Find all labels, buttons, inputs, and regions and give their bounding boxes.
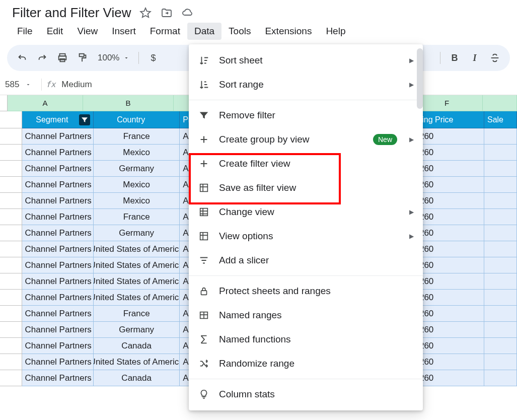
row-number[interactable] [0, 128, 22, 145]
menu-column-stats[interactable]: Column stats [189, 382, 423, 406]
cell-sale[interactable] [484, 209, 517, 225]
cell-country[interactable]: France [94, 209, 180, 225]
cell-price[interactable]: 260 [416, 193, 484, 209]
cell-segment[interactable]: Channel Partners [22, 306, 94, 322]
menu-create-group-view[interactable]: Create group by view New ▶ [189, 127, 423, 152]
undo-button[interactable] [13, 49, 31, 67]
cell-segment[interactable]: Channel Partners [22, 145, 94, 161]
col-header-g[interactable] [483, 95, 517, 111]
col-header-a[interactable]: A [8, 95, 83, 111]
menu-sort-sheet[interactable]: Sort sheet ▶ [189, 48, 423, 73]
menu-data[interactable]: Data [187, 23, 221, 40]
cell-segment[interactable]: Channel Partners [22, 322, 94, 338]
row-number[interactable] [0, 273, 22, 290]
filter-icon[interactable] [79, 114, 90, 125]
menu-edit[interactable]: Edit [40, 23, 70, 40]
redo-button[interactable] [33, 49, 51, 67]
strikethrough-button[interactable] [486, 49, 504, 67]
cell-segment[interactable]: Channel Partners [22, 241, 94, 257]
header-segment[interactable]: Segment [22, 111, 94, 128]
move-to-folder-icon[interactable] [160, 6, 174, 20]
header-country[interactable]: Country [94, 111, 180, 128]
row-number[interactable] [0, 338, 22, 354]
select-all-corner[interactable] [0, 95, 8, 111]
cell-country[interactable]: Germany [94, 161, 180, 177]
paint-format-button[interactable] [73, 49, 92, 67]
cell-price[interactable]: 260 [416, 273, 484, 290]
row-number[interactable] [0, 161, 22, 177]
row-number[interactable] [0, 370, 22, 386]
cell-sale[interactable] [484, 193, 517, 209]
cell-country[interactable]: Canada [94, 370, 180, 386]
cell-country[interactable]: United States of America [94, 257, 180, 273]
cell-sale[interactable] [484, 225, 517, 241]
menu-randomize[interactable]: Randomize range [189, 352, 423, 376]
cell-price[interactable]: 260 [416, 225, 484, 241]
header-price[interactable]: ring Price [416, 111, 484, 128]
cell-country[interactable]: Mexico [94, 145, 180, 161]
cloud-status-icon[interactable] [181, 6, 195, 20]
menu-save-filter-view[interactable]: Save as filter view [189, 176, 423, 200]
cell-price[interactable]: 260 [416, 322, 484, 338]
row-number[interactable] [0, 306, 22, 322]
bold-button[interactable]: B [446, 49, 464, 67]
cell-price[interactable]: 260 [416, 338, 484, 354]
cell-price[interactable]: 260 [416, 257, 484, 273]
menu-view[interactable]: View [70, 23, 105, 40]
cell-sale[interactable] [484, 322, 517, 338]
cell-price[interactable]: 260 [416, 128, 484, 145]
currency-button[interactable]: $ [144, 49, 162, 67]
row-number[interactable] [0, 193, 22, 209]
row-number[interactable] [0, 354, 22, 370]
menu-help[interactable]: Help [319, 23, 352, 40]
star-icon[interactable] [138, 6, 153, 20]
menu-insert[interactable]: Insert [105, 23, 143, 40]
cell-segment[interactable]: Channel Partners [22, 273, 94, 290]
row-number[interactable] [0, 177, 22, 193]
menu-file[interactable]: File [10, 23, 40, 40]
cell-price[interactable]: 260 [416, 209, 484, 225]
cell-country[interactable]: Germany [94, 225, 180, 241]
cell-country[interactable]: United States of America [94, 290, 180, 306]
cell-country[interactable]: France [94, 306, 180, 322]
menu-protect[interactable]: Protect sheets and ranges [189, 279, 423, 303]
cell-sale[interactable] [484, 177, 517, 193]
menu-format[interactable]: Format [143, 23, 187, 40]
cell-sale[interactable] [484, 370, 517, 386]
cell-sale[interactable] [484, 241, 517, 257]
cell-segment[interactable]: Channel Partners [22, 225, 94, 241]
menu-add-slicer[interactable]: Add a slicer [189, 248, 423, 272]
menu-view-options[interactable]: View options ▶ [189, 224, 423, 248]
menu-sort-range[interactable]: Sort range ▶ [189, 73, 423, 97]
cell-segment[interactable]: Channel Partners [22, 338, 94, 354]
cell-sale[interactable] [484, 290, 517, 306]
cell-price[interactable]: 260 [416, 161, 484, 177]
formula-value[interactable]: Medium [61, 80, 92, 90]
row-number[interactable] [0, 225, 22, 241]
print-button[interactable] [53, 49, 71, 67]
menu-remove-filter[interactable]: Remove filter [189, 103, 423, 127]
row-number[interactable] [0, 209, 22, 225]
cell-country[interactable]: Mexico [94, 177, 180, 193]
menu-tools[interactable]: Tools [221, 23, 258, 40]
cell-price[interactable]: 260 [416, 354, 484, 370]
cell-sale[interactable] [484, 128, 517, 145]
menu-create-filter-view[interactable]: Create filter view [189, 152, 423, 176]
cell-country[interactable]: Mexico [94, 193, 180, 209]
italic-button[interactable]: I [466, 49, 484, 67]
cell-sale[interactable] [484, 273, 517, 290]
cell-segment[interactable]: Channel Partners [22, 290, 94, 306]
cell-country[interactable]: France [94, 128, 180, 145]
cell-sale[interactable] [484, 257, 517, 273]
cell-sale[interactable] [484, 354, 517, 370]
cell-sale[interactable] [484, 306, 517, 322]
zoom-select[interactable]: 100% [94, 53, 133, 63]
cell-segment[interactable]: Channel Partners [22, 193, 94, 209]
cell-price[interactable]: 260 [416, 241, 484, 257]
cell-price[interactable]: 260 [416, 177, 484, 193]
cell-segment[interactable]: Channel Partners [22, 209, 94, 225]
cell-segment[interactable]: Channel Partners [22, 128, 94, 145]
col-header-b[interactable]: B [83, 95, 174, 111]
cell-segment[interactable]: Channel Partners [22, 161, 94, 177]
cell-segment[interactable]: Channel Partners [22, 177, 94, 193]
